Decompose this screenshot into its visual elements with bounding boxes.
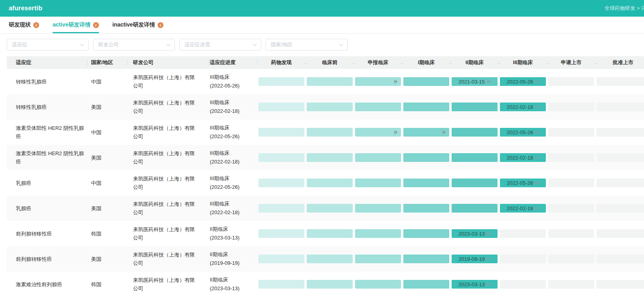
phase-cell [595,280,644,289]
phase-bar-filled [355,153,401,162]
cell-indication: 乳腺癌 [7,179,87,187]
milestone-play-icon [536,80,539,84]
phase-bar-empty [548,153,594,162]
phase-bar-filled [403,103,449,111]
select-placeholder: 适应症进度 [184,41,210,48]
phase-header-label: 临床前 [322,59,338,66]
phase-cell [402,179,450,187]
info-icon[interactable]: i [93,22,99,28]
phase-cell [547,103,595,111]
phase-bar-filled[interactable] [355,77,401,86]
phase-cell [306,255,354,263]
phase-bar-filled[interactable] [355,128,401,137]
milestone-play-icon [536,181,539,185]
filter-progress-select[interactable]: 适应症进度 [179,39,261,51]
phase-cell [257,255,306,263]
phase-cell [306,280,354,289]
phase-bar-current[interactable]: 2019-09-19 [452,255,498,263]
tab-active-details[interactable]: active研发详情i [53,21,99,33]
col-header-phase-6: III期临床→ [499,56,547,69]
phase-cell [595,229,644,238]
tab-label: inactive研发详情 [112,21,155,29]
phase-cell [257,103,306,111]
cell-indication: 前列腺转移性癌 [7,255,87,263]
phase-cell [354,204,402,213]
progress-date-label: (2022-02-18) [210,107,257,116]
milestone-play-icon [536,130,539,134]
phase-cell [402,255,450,263]
phase-bar-filled [307,204,353,213]
phase-bar-filled[interactable] [403,128,449,137]
phase-bar-filled [452,204,498,213]
phase-bar-empty [548,103,594,111]
col-header-phase-8: 批准上市 [595,56,644,69]
phase-bar-current[interactable]: 2022-02-18 [500,103,546,111]
phase-header-label: II期临床 [465,59,484,66]
phase-cell [354,229,402,238]
phase-cell [402,204,450,213]
col-header-company: 研发公司 [127,56,208,69]
phase-bar-filled [258,77,304,86]
phase-bar-empty [597,179,644,187]
milestone-play-icon [487,282,491,286]
phase-bar-empty [597,204,644,213]
filter-indication-select[interactable]: 适应症 [7,39,89,51]
col-header-indication: 适应症 [7,56,87,69]
breadcrumb[interactable]: 全球药物研发 > 详情 [604,0,644,17]
chevron-down-icon [339,42,343,46]
phase-date-label: 2022-05-26 [507,128,533,137]
cell-indication: 激素受体阳性 HER2 阴性乳腺癌 [7,124,87,141]
phase-cell [354,255,402,263]
phase-cell [257,229,306,238]
phase-cell [354,128,402,137]
phase-bar-filled [307,103,353,111]
phase-cell: 2022-05-26 [499,179,547,187]
phase-cell [450,128,499,137]
filter-bar: 适应症研发公司适应症进度国家/地区 [0,34,644,51]
phase-bar-empty [548,128,594,137]
cell-region: 美国 [87,103,127,111]
pipeline-table: 适应症国家/地区研发公司适应症进度药物发现→临床前→申报临床→I期临床→II期临… [7,56,644,297]
phase-bar-filled [307,255,353,263]
info-icon[interactable]: i [158,22,163,28]
phase-bar-current[interactable]: 2022-05-26 [500,77,546,86]
phase-bar-current[interactable]: 2022-02-18 [500,204,546,213]
tab-rd-status[interactable]: 研发现状i [9,21,39,33]
phase-bar-empty [500,255,546,263]
filter-company-select[interactable]: 研发公司 [93,39,175,51]
phase-bar-filled [258,204,304,213]
milestone-play-icon [487,257,491,261]
phase-bar-current[interactable]: 2022-02-18 [500,153,546,162]
phase-bar-filled [403,280,449,289]
tab-label: 研发现状 [9,21,31,29]
phase-cell [306,77,354,86]
table-head: 适应症国家/地区研发公司适应症进度药物发现→临床前→申报临床→I期临床→II期临… [7,56,644,69]
phase-bar-current[interactable]: 2022-05-26 [500,128,546,137]
filter-region-select[interactable]: 国家/地区 [266,39,348,51]
phase-bar-filled [452,103,498,111]
phase-date-label: 2022-02-18 [507,204,533,213]
tab-inactive-details[interactable]: inactive研发详情i [112,21,163,33]
phase-bar-current[interactable]: 2022-05-26 [500,179,546,187]
phase-bar-empty [548,204,594,213]
phase-bar-filled [452,153,498,162]
phase-bar-empty [548,179,594,187]
phase-cell [595,179,644,187]
info-icon[interactable]: i [33,22,39,28]
phase-bar-current[interactable]: 2023-03-13 [452,229,498,238]
phase-header-label: 药物发现 [271,59,292,66]
select-placeholder: 研发公司 [98,41,119,48]
phase-cell [257,179,306,187]
progress-phase-label: III期临床 [210,174,257,183]
cell-indication: 前列腺转移性癌 [7,230,87,238]
phase-track: 2022-02-18 [257,204,644,213]
phase-cell [547,179,595,187]
phase-bar-filled[interactable]: 2021-03-15 [452,77,498,86]
phase-bar-filled [355,255,401,263]
col-header-phase-5: II期临床→ [450,56,499,69]
phase-cell [402,103,450,111]
phase-bar-filled [258,229,304,238]
col-header-phase-1: 药物发现→ [257,56,306,69]
phase-bar-current[interactable]: 2023-03-13 [452,280,498,289]
phase-bar-filled [258,280,304,289]
